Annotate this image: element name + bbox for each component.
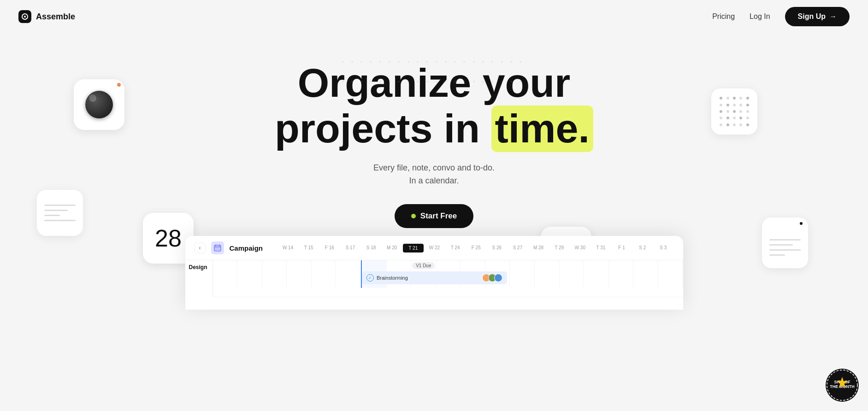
signup-arrow: → (829, 12, 837, 21)
calendar-col-header: W 14 (278, 243, 298, 253)
calendar-preview: ‹ Campaign W 14T 15F 16S 17S 18M 20T 21W… (185, 236, 683, 310)
note-line (44, 210, 68, 211)
dot (726, 117, 729, 119)
calendar-col-header: S 26 (486, 243, 507, 253)
widget-note-right (762, 217, 808, 268)
badge-icon: SITE OF THE MONTH (826, 369, 859, 402)
note-line (44, 205, 76, 206)
calendar-back-button[interactable]: ‹ (195, 242, 206, 253)
calendar-col-header: S 27 (507, 243, 528, 253)
nav-actions: Pricing Log In Sign Up → (712, 7, 850, 26)
dot (726, 97, 729, 100)
calendar-col-header: S 17 (340, 243, 360, 253)
calendar-icon (211, 241, 224, 254)
widget-note-left (37, 190, 83, 236)
dot (746, 123, 749, 126)
calendar-title: Campaign (230, 244, 263, 252)
calendar-number: 28 (155, 224, 182, 252)
widget-dots (711, 88, 757, 135)
pricing-link[interactable]: Pricing (712, 12, 735, 21)
hero-title-line2: projects in time. (275, 106, 593, 151)
note-line (769, 239, 801, 241)
navigation: Assemble Pricing Log In Sign Up → (0, 0, 868, 33)
calendar-cell (633, 260, 658, 288)
dot (739, 123, 742, 126)
calendar-cell (560, 260, 585, 288)
dot (733, 104, 736, 106)
logo-text: Assemble (36, 12, 75, 22)
note-dot (800, 222, 803, 225)
cta-dot-icon (411, 214, 416, 218)
dot (733, 117, 736, 119)
calendar-milestone: V1 Due (412, 262, 435, 269)
calendar-col-header: F 25 (466, 243, 486, 253)
calendar-col-header: T 29 (549, 243, 570, 253)
calendar-body: Design ✓BrainstormingV1 Due (185, 260, 683, 297)
hero-subtitle-line1: Every file, note, convo and to-do. (373, 163, 495, 172)
calendar-cell (336, 260, 361, 288)
calendar-cell (609, 260, 634, 288)
calendar-cell (658, 260, 683, 288)
dot (739, 110, 742, 113)
note-line (769, 244, 793, 246)
hero-section: 28 Organize your projects in time. Every… (0, 33, 868, 310)
calendar-col-header: S 18 (361, 243, 382, 253)
dot (733, 97, 736, 100)
calendar-column-headers: W 14T 15F 16S 17S 18M 20T 21W 22T 24F 25… (278, 243, 673, 253)
logo[interactable]: Assemble (18, 10, 75, 23)
calendar-col-header: T 15 (298, 243, 319, 253)
note-line (769, 249, 801, 251)
login-link[interactable]: Log In (750, 12, 770, 21)
dot (720, 117, 722, 119)
calendar-cell (287, 260, 312, 288)
calendar-cell (213, 260, 238, 288)
dot (746, 104, 749, 106)
dot (739, 104, 742, 106)
calendar-cell (237, 260, 262, 288)
dot (746, 110, 749, 113)
note-line (44, 215, 60, 216)
calendar-cell: ✓Brainstorming (361, 260, 387, 288)
calendar-cell (510, 260, 535, 288)
dot (746, 117, 749, 119)
camera-lens-icon (85, 91, 113, 118)
calendar-col-header: T 24 (445, 243, 466, 253)
calendar-col-header: M 20 (382, 243, 402, 253)
svg-point-2 (24, 16, 26, 18)
calendar-cell (535, 260, 560, 288)
site-of-month-badge: SITE OF THE MONTH (826, 369, 859, 402)
hero-subtitle: Every file, note, convo and to-do. In a … (373, 161, 495, 188)
calendar-col-header: F 16 (319, 243, 340, 253)
camera-red-dot (117, 83, 121, 87)
cta-start-free-button[interactable]: Start Free (395, 204, 473, 228)
signup-button[interactable]: Sign Up → (785, 7, 850, 26)
dot (726, 110, 729, 113)
calendar-cell (312, 260, 337, 288)
dot (720, 123, 722, 126)
note-line (769, 254, 785, 256)
calendar-row-label: Design (185, 260, 213, 297)
hero-title-highlight: time. (491, 106, 593, 152)
event-label: Brainstorming (377, 275, 408, 281)
dot (733, 110, 736, 113)
calendar-col-header: T 31 (590, 243, 611, 253)
dot (726, 104, 729, 106)
event-avatars (484, 274, 502, 282)
event-check-icon: ✓ (366, 274, 374, 282)
avatar (494, 274, 502, 282)
dot (739, 117, 742, 119)
cta-label: Start Free (420, 211, 457, 221)
calendar-col-header: S 2 (632, 243, 653, 253)
calendar-event-bar: ✓Brainstorming (362, 271, 507, 284)
calendar-cell (584, 260, 609, 288)
dot (720, 110, 722, 113)
dot (739, 97, 742, 100)
hero-subtitle-line2: In a calendar. (409, 176, 459, 185)
dot (746, 97, 749, 100)
calendar-col-header: W 30 (570, 243, 590, 253)
calendar-rows: ✓BrainstormingV1 Due (213, 260, 683, 297)
calendar-row: ✓BrainstormingV1 Due (213, 260, 683, 297)
calendar-col-header: W 22 (424, 243, 445, 253)
dot (720, 97, 722, 100)
dot-grid-decoration (342, 61, 526, 98)
